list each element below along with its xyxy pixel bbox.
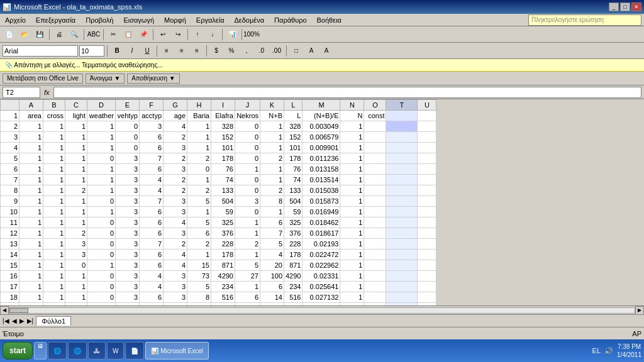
help-search-box[interactable]: Πληκτρολογήστε ερώτηση [528, 14, 641, 26]
cell-A17[interactable]: 1 [19, 282, 43, 292]
cell-O13[interactable] [364, 239, 386, 250]
cell-F7[interactable]: 4 [140, 175, 164, 185]
cell-A7[interactable]: 1 [19, 175, 43, 185]
menu-window[interactable]: Παράθυρο [272, 15, 309, 25]
cell-B13[interactable]: 1 [43, 239, 65, 250]
cell-A15[interactable]: 1 [19, 260, 43, 271]
cell-T2[interactable] [386, 121, 418, 132]
cell-M16[interactable]: 0.02331 [303, 271, 340, 282]
cell-N8[interactable]: 1 [340, 185, 364, 196]
cell-T8[interactable] [386, 185, 418, 196]
cell-A9[interactable]: 1 [19, 196, 43, 207]
cell-E10[interactable]: 3 [116, 207, 140, 217]
cell-E18[interactable]: 3 [116, 292, 140, 303]
cell-H4[interactable]: 1 [187, 143, 211, 153]
cell-H12[interactable]: 6 [187, 228, 211, 239]
cell-T9[interactable] [386, 196, 418, 207]
cell-U18[interactable] [418, 292, 436, 303]
cell-D2[interactable]: 1 [87, 121, 116, 132]
cell-C3[interactable]: 1 [65, 132, 87, 143]
cell-A2[interactable]: 1 [19, 121, 43, 132]
cell-J9[interactable]: 3 [235, 196, 260, 207]
cell-M6[interactable]: 0.013158 [303, 164, 340, 175]
col-M[interactable]: M [303, 100, 340, 111]
cell-T3[interactable] [386, 132, 418, 143]
menu-help[interactable]: Βοήθεια [314, 15, 344, 25]
cell-T4[interactable] [386, 143, 418, 153]
cell-F13[interactable]: 7 [140, 239, 164, 250]
cell-G12[interactable]: 3 [164, 228, 187, 239]
cell-E11[interactable]: 3 [116, 217, 140, 228]
cell-M12[interactable]: 0.018617 [303, 228, 340, 239]
cell-F10[interactable]: 6 [140, 207, 164, 217]
cell-J6[interactable]: 1 [235, 164, 260, 175]
sheet-nav-next[interactable]: ▶ [19, 317, 25, 324]
cell-I7[interactable]: 74 [211, 175, 235, 185]
cell-A6[interactable]: 1 [19, 164, 43, 175]
cell-N17[interactable]: 1 [340, 282, 364, 292]
cell-L8[interactable]: 133 [284, 185, 303, 196]
cell-A18[interactable]: 1 [19, 292, 43, 303]
col-U[interactable]: U [418, 100, 436, 111]
col-D[interactable]: D [87, 100, 116, 111]
cell-U2[interactable] [418, 121, 436, 132]
cell-C14[interactable]: 3 [65, 250, 87, 260]
cell-T11[interactable] [386, 217, 418, 228]
cell-D14[interactable]: 0 [87, 250, 116, 260]
taskbar-pdf[interactable]: 📄 [125, 342, 144, 359]
cell-D7[interactable]: 1 [87, 175, 116, 185]
close-button[interactable]: ✕ [631, 3, 641, 11]
cell-I14[interactable]: 178 [211, 250, 235, 260]
cell-F16[interactable]: 4 [140, 271, 164, 282]
cell-D12[interactable]: 0 [87, 228, 116, 239]
cell-C15[interactable]: 0 [65, 260, 87, 271]
cell-F3[interactable]: 6 [140, 132, 164, 143]
cell-C12[interactable]: 2 [65, 228, 87, 239]
cell-I16[interactable]: 4290 [211, 271, 235, 282]
cell-I3[interactable]: 152 [211, 132, 235, 143]
cell-L2[interactable]: 328 [284, 121, 303, 132]
cell-G8[interactable]: 2 [164, 185, 187, 196]
cell-K10[interactable]: 1 [260, 207, 284, 217]
sheet-nav-first[interactable]: |◀ [3, 317, 9, 324]
cell-I9[interactable]: 504 [211, 196, 235, 207]
cell-B1[interactable]: cross [43, 111, 65, 121]
cell-U14[interactable] [418, 250, 436, 260]
cell-K4[interactable]: 1 [260, 143, 284, 153]
cell-N10[interactable]: 1 [340, 207, 364, 217]
cell-D6[interactable]: 1 [87, 164, 116, 175]
cell-M14[interactable]: 0.022472 [303, 250, 340, 260]
open-button[interactable]: 📂 [18, 28, 31, 41]
cell-L15[interactable]: 871 [284, 260, 303, 271]
cell-J18[interactable]: 6 [235, 292, 260, 303]
cell-H9[interactable]: 5 [187, 196, 211, 207]
taskbar-network[interactable]: 🖧 [88, 342, 106, 359]
cell-E2[interactable]: 0 [116, 121, 140, 132]
cell-K8[interactable]: 2 [260, 185, 284, 196]
cell-N13[interactable]: 1 [340, 239, 364, 250]
scroll-right-arrow[interactable]: ▶ [635, 306, 644, 315]
cell-F15[interactable]: 6 [140, 260, 164, 271]
cell-B2[interactable]: 1 [43, 121, 65, 132]
dec-dec-button[interactable]: .00 [270, 44, 284, 58]
cell-C4[interactable]: 1 [65, 143, 87, 153]
cell-J7[interactable]: 0 [235, 175, 260, 185]
cell-F1[interactable]: acctyp [140, 111, 164, 121]
new-button[interactable]: 📄 [3, 28, 16, 41]
cell-J16[interactable]: 27 [235, 271, 260, 282]
cell-E16[interactable]: 3 [116, 271, 140, 282]
cell-A12[interactable]: 1 [19, 228, 43, 239]
cell-I6[interactable]: 76 [211, 164, 235, 175]
cell-O15[interactable] [364, 260, 386, 271]
cut-button[interactable]: ✂ [106, 28, 120, 41]
cell-H11[interactable]: 5 [187, 217, 211, 228]
taskbar-browser1[interactable]: 🌐 [48, 342, 67, 359]
cell-H8[interactable]: 2 [187, 185, 211, 196]
cell-E14[interactable]: 3 [116, 250, 140, 260]
italic-button[interactable]: I [125, 44, 139, 58]
cell-B6[interactable]: 1 [43, 164, 65, 175]
office-live-button[interactable]: Μετάβαση στο Office Live [3, 74, 83, 84]
scroll-thumb-h[interactable] [9, 308, 28, 313]
cell-D9[interactable]: 0 [87, 196, 116, 207]
cell-T5[interactable] [386, 153, 418, 164]
